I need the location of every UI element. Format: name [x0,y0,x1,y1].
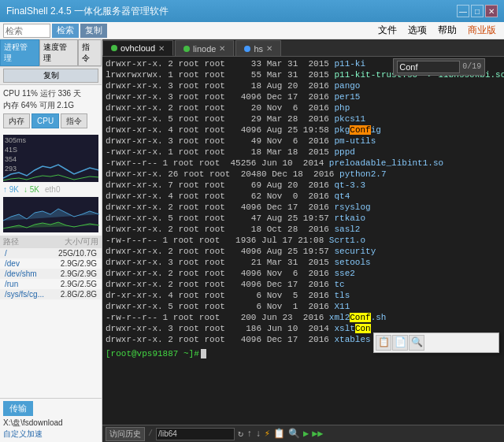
search-count: 0/19 [462,61,481,72]
app-title: FinalShell 2.4.5 一体化服务器管理软件 [6,5,457,18]
toolbar: 访问历史 / ↻ ↑ ↓ ⚡ 📋 🔍 ▶ ▶▶ [102,425,504,442]
search-input[interactable] [3,24,50,38]
connection-dot [111,45,117,51]
menubar: 检索 复制 文件 选项 帮助 商业版 [0,22,504,39]
refresh-icon[interactable]: ↻ [238,428,243,440]
search-icon[interactable]: 🔍 [288,428,300,440]
terminal-line: -rw-r--r-- 1 root root 200 Jun 23 2016 x… [106,312,504,323]
tab-speed[interactable]: 速度管理 [39,39,79,66]
path-input[interactable] [156,428,235,440]
menu-options[interactable]: 选项 [403,22,432,39]
tab-ovhcloud[interactable]: ovhcloud ✕ [102,40,173,56]
terminal-line: drwxr-xr-x. 5 root root 29 Mar 28 2016 p… [106,113,504,124]
connection-dot [244,46,250,52]
terminal-line: dr-xr-xr-x. 4 root root 6 Nov 5 2016 tls [106,290,504,301]
search-button[interactable]: 检索 [52,24,79,38]
menu-help[interactable]: 帮助 [433,22,461,39]
terminal-line: drwxr-xr-x. 4 root root 62 Nov 0 2016 qt… [106,191,504,202]
copy-cm-button[interactable]: 📋 [376,335,391,351]
stat-tabs: 内存 CPU 指令 [3,113,98,128]
lightning-icon[interactable]: ⚡ [265,428,270,440]
copy-btn[interactable]: 复制 [3,69,98,83]
mem-stat: 内存 64% 可用 2.1G [3,99,98,111]
path-item[interactable]: /25G/10.7G [0,248,102,258]
terminal-line: drwxr-xr-x. 26 root root 20480 Dec 18 20… [106,169,504,180]
path-item[interactable]: /run2.9G/2.5G [0,279,102,289]
play-icon[interactable]: ▶ [303,428,309,440]
terminal-line: drwxr-xr-x. 5 root root 47 Aug 25 19:57 … [106,213,504,224]
tab-cpu[interactable]: CPU [32,113,59,128]
terminal-line: drwxr-xr-x. 2 root root 4096 Dec 17 2016… [106,202,504,213]
tab-close[interactable]: ✕ [158,44,165,53]
menu-pro[interactable]: 商业版 [463,22,501,39]
terminal-line: drwxr-xr-x. 2 root root 4096 Aug 25 19:5… [106,246,504,257]
terminal-line: drwxr-xr-x. 5 root root 6 Nov 1 2016 X11 [106,301,504,312]
terminal-line: drwxr-xr-x. 4 root root 4096 Aug 25 19:5… [106,124,504,136]
terminal-line: drwxr-xr-x. 3 root root 18 Aug 20 2016 p… [106,80,504,91]
terminal-search-input[interactable] [397,61,460,73]
net-chart [3,197,98,232]
download-icon[interactable]: ↓ [255,429,261,440]
context-menu: 📋 📄 🔍 [373,332,499,353]
history-button[interactable]: 访问历史 [106,427,145,441]
tab-label: ovhcloud [120,43,155,53]
download-path: X:\盘\fsdownload [3,418,98,429]
fast-forward-icon[interactable]: ▶▶ [312,428,323,440]
terminal-line: drwxr-xr-x. 2 root root 4096 Dec 17 2016… [106,279,504,290]
tab-linode[interactable]: linode ✕ [175,40,234,56]
path-item[interactable]: /dev/shm2.9G/2.9G [0,269,102,279]
terminal[interactable]: 0/19 drwxr-xr-x. 2 root root 33 Mar 31 2… [102,57,504,425]
tab-label: hs [254,44,263,54]
menu-file[interactable]: 文件 [373,22,402,39]
tab-label: linode [193,44,216,54]
search-cm-button[interactable]: 🔍 [409,335,424,351]
stats-section: CPU 11% 运行 336 天 内存 64% 可用 2.1G 内存 CPU 指… [0,85,102,133]
right-panel: ovhcloud ✕ linode ✕ hs ✕ 0/19 drwxr-xr- [102,39,504,442]
path-item[interactable]: /sys/fs/cg...2.8G/2.8G [0,289,102,299]
terminal-line: drwxr-xr-x. 3 root root 49 Nov 6 2016 pm… [106,136,504,147]
connection-dot [183,46,190,52]
terminal-line: drwxr-xr-x. 3 root root 186 Jun 10 2014 … [106,323,504,334]
tab-process[interactable]: 进程管理 [0,39,39,66]
up-icon[interactable]: ↑ [246,429,252,440]
terminal-line: drwxr-xr-x. 2 root root 18 Oct 28 2016 s… [106,224,504,235]
copy-icon[interactable]: 📋 [273,428,285,440]
tab-close[interactable]: ✕ [266,44,272,53]
maximize-button[interactable]: □ [471,5,484,17]
terminal-line: -rw-r--r-- 1 root root 1936 Jul 17 21:08… [106,235,504,246]
terminal-tabs: ovhcloud ✕ linode ✕ hs ✕ [102,39,504,57]
minimize-button[interactable]: — [457,5,469,17]
transfer-button[interactable]: 传输 [3,401,33,416]
tab-close[interactable]: ✕ [219,44,225,53]
left-bottom: 传输 X:\盘\fsdownload 自定义加速 [0,398,102,442]
search-overlay: 0/19 [393,58,485,76]
titlebar: FinalShell 2.4.5 一体化服务器管理软件 — □ ✕ [0,0,504,22]
cpu-stat: CPU 11% 运行 336 天 [3,87,98,99]
tab-hs[interactable]: hs ✕ [235,40,281,56]
main-content: 进程管理 速度管理 指令 复制 CPU 11% 运行 336 天 内存 64% … [0,39,504,442]
path-list: 路径大小/可用 /25G/10.7G /dev2.9G/2.9G /dev/sh… [0,234,102,398]
terminal-line: drwxr-xr-x. 3 root root 21 Mar 31 2015 s… [106,257,504,268]
terminal-line: drwxr-xr-x. 3 root root 4096 Dec 17 2016… [106,91,504,102]
terminal-line: drwxr-xr-x. 7 root root 69 Aug 20 2016 q… [106,180,504,191]
path-item[interactable]: /dev2.9G/2.9G [0,258,102,269]
window-controls: — □ ✕ [457,5,498,17]
left-panel: 进程管理 速度管理 指令 复制 CPU 11% 运行 336 天 内存 64% … [0,39,102,442]
cpu-chart: 305ms 41S 354 293 [3,135,98,182]
copy-button[interactable]: 复制 [80,24,107,38]
network-stats: ↑ 9K ↓ 5K eth0 [0,184,102,195]
search-box: 检索 [3,24,79,38]
tab-instruction[interactable]: 指令 [61,113,87,128]
terminal-line: drwxr-xr-x. 2 root root 4096 Nov 6 2016 … [106,268,504,279]
copy-section: 复制 [0,67,102,85]
paste-cm-button[interactable]: 📄 [392,335,408,351]
close-button[interactable]: ✕ [485,5,498,17]
custom-accel[interactable]: 自定义加速 [3,429,98,440]
tab-cmd[interactable]: 指令 [78,39,102,66]
terminal-line: drwxr-xr-x. 2 root root 20 Nov 6 2016 ph… [106,102,504,113]
tab-mem[interactable]: 内存 [3,113,30,128]
terminal-line: -rwxr-xr-x. 1 root root 18 Mar 18 2015 p… [106,147,504,158]
terminal-line: -rwxr--r-- 1 root root 45256 Jun 10 2014… [106,158,504,169]
